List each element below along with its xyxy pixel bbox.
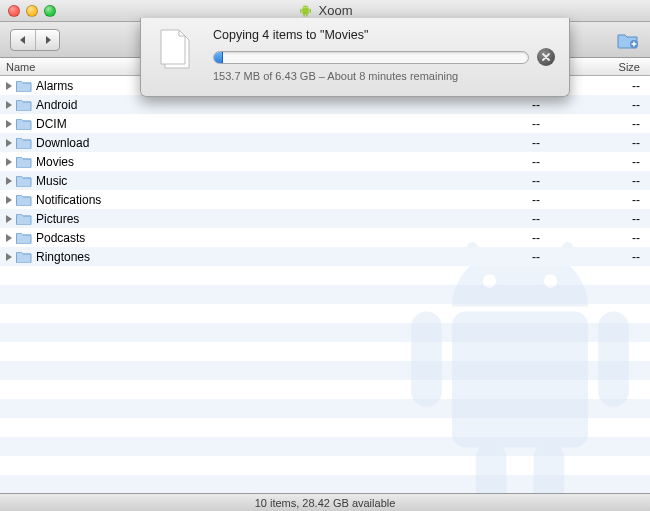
disclosure-triangle-icon[interactable] [6, 158, 12, 166]
table-row[interactable]: Notifications---- [0, 190, 650, 209]
file-size: -- [550, 250, 650, 264]
disclosure-triangle-icon[interactable] [6, 234, 12, 242]
svg-point-7 [306, 7, 307, 8]
status-text: 10 items, 28.42 GB available [255, 497, 396, 509]
folder-icon [16, 155, 32, 168]
file-name: Music [36, 174, 450, 188]
android-icon [298, 3, 313, 18]
window-zoom-button[interactable] [44, 5, 56, 17]
folder-icon [16, 231, 32, 244]
svg-rect-1 [302, 9, 308, 15]
file-col2: -- [450, 212, 550, 226]
cancel-copy-button[interactable] [537, 48, 555, 66]
disclosure-triangle-icon[interactable] [6, 101, 12, 109]
nav-forward-button[interactable] [35, 30, 59, 50]
window-title: Xoom [0, 3, 650, 18]
table-row[interactable]: Pictures---- [0, 209, 650, 228]
table-row[interactable]: Android---- [0, 95, 650, 114]
file-name: Podcasts [36, 231, 450, 245]
file-name: DCIM [36, 117, 450, 131]
file-name: Movies [36, 155, 450, 169]
file-stack-icon [155, 28, 203, 76]
disclosure-triangle-icon[interactable] [6, 120, 12, 128]
file-size: -- [550, 117, 650, 131]
window-minimize-button[interactable] [26, 5, 38, 17]
copy-progress-bar [213, 51, 529, 64]
folder-icon [16, 250, 32, 263]
folder-icon [16, 117, 32, 130]
svg-point-6 [303, 7, 304, 8]
folder-icon [16, 193, 32, 206]
svg-rect-3 [309, 9, 311, 13]
nav-back-button[interactable] [11, 30, 35, 50]
table-row[interactable]: Movies---- [0, 152, 650, 171]
file-size: -- [550, 212, 650, 226]
traffic-lights [0, 5, 56, 17]
copy-title: Copying 4 items to "Movies" [213, 28, 555, 42]
svg-rect-5 [306, 14, 308, 17]
nav-buttons [10, 29, 60, 51]
copy-progress-sheet: Copying 4 items to "Movies" 153.7 MB of … [140, 18, 570, 97]
folder-icon [16, 174, 32, 187]
file-name: Android [36, 98, 450, 112]
folder-icon [16, 79, 32, 92]
table-row[interactable]: DCIM---- [0, 114, 650, 133]
folder-icon [16, 136, 32, 149]
file-size: -- [550, 174, 650, 188]
file-size: -- [550, 136, 650, 150]
file-col2: -- [450, 117, 550, 131]
svg-rect-4 [303, 14, 305, 17]
file-name: Notifications [36, 193, 450, 207]
copy-detail: 153.7 MB of 6.43 GB – About 8 minutes re… [213, 70, 555, 82]
file-size: -- [550, 155, 650, 169]
file-col2: -- [450, 98, 550, 112]
window-close-button[interactable] [8, 5, 20, 17]
disclosure-triangle-icon[interactable] [6, 215, 12, 223]
svg-point-0 [302, 6, 308, 12]
table-row[interactable]: Podcasts---- [0, 228, 650, 247]
svg-rect-2 [300, 9, 302, 13]
file-col2: -- [450, 136, 550, 150]
disclosure-triangle-icon[interactable] [6, 82, 12, 90]
file-size: -- [550, 193, 650, 207]
folder-icon [16, 98, 32, 111]
table-row[interactable]: Ringtones---- [0, 247, 650, 266]
file-size: -- [550, 98, 650, 112]
table-row[interactable]: Music---- [0, 171, 650, 190]
file-name: Ringtones [36, 250, 450, 264]
file-col2: -- [450, 193, 550, 207]
statusbar: 10 items, 28.42 GB available [0, 493, 650, 511]
file-col2: -- [450, 155, 550, 169]
disclosure-triangle-icon[interactable] [6, 177, 12, 185]
file-col2: -- [450, 231, 550, 245]
disclosure-triangle-icon[interactable] [6, 139, 12, 147]
file-name: Pictures [36, 212, 450, 226]
file-list: Alarms----Android----DCIM----Download---… [0, 76, 650, 493]
file-col2: -- [450, 174, 550, 188]
new-folder-button[interactable] [616, 30, 640, 50]
window-title-text: Xoom [319, 3, 353, 18]
folder-icon [16, 212, 32, 225]
disclosure-triangle-icon[interactable] [6, 196, 12, 204]
disclosure-triangle-icon[interactable] [6, 253, 12, 261]
file-name: Download [36, 136, 450, 150]
file-col2: -- [450, 250, 550, 264]
file-size: -- [550, 231, 650, 245]
table-row[interactable]: Download---- [0, 133, 650, 152]
